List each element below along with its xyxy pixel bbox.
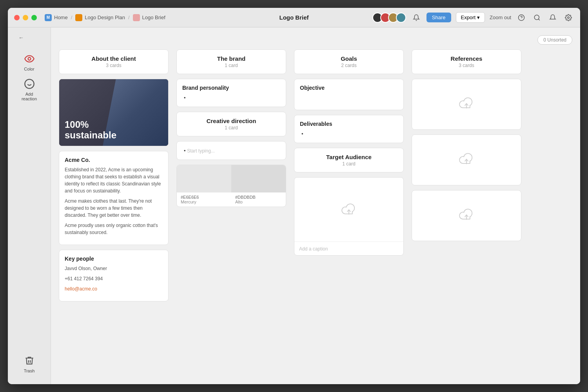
share-button[interactable]: Share <box>426 13 451 22</box>
objective-card[interactable]: Objective <box>294 79 404 110</box>
back-arrow-icon: ← <box>18 34 24 41</box>
creative-direction-placeholder: Start typing... <box>187 148 215 154</box>
brand-personality-card[interactable]: Brand personality <box>176 79 286 107</box>
acme-para-2: Acme makes clothes that last. They're no… <box>65 198 163 219</box>
breadcrumb-plan[interactable]: Logo Design Plan <box>75 14 125 21</box>
canvas[interactable]: 0 Unsorted About the client 3 cards 100%… <box>51 27 580 384</box>
sidebar-item-color[interactable]: Color <box>14 49 45 74</box>
main-layout: ← Color Add reaction Trash <box>8 27 580 384</box>
sidebar-trash[interactable]: Trash <box>20 351 39 376</box>
deliverables-bullet <box>301 131 303 137</box>
color-swatches-card[interactable]: #E6E6E6 Mercury #DBDBDB Alto <box>176 165 286 207</box>
column-references: References 3 cards <box>412 49 521 241</box>
breadcrumb-sep-1: / <box>71 15 73 20</box>
creative-direction-body[interactable]: Start typing... <box>176 141 286 160</box>
close-button[interactable] <box>14 15 20 20</box>
swatch-alto-hex: #DBDBDB <box>235 195 282 200</box>
unsorted-badge: 0 Unsorted <box>537 35 572 45</box>
target-audience-header: Target Audience 1 card <box>294 148 404 172</box>
breadcrumb-sep-2: / <box>128 15 130 20</box>
reference-upload-3[interactable] <box>412 190 521 241</box>
swatch-mercury: #E6E6E6 Mercury <box>177 165 231 207</box>
acme-title: Acme Co. <box>65 157 163 163</box>
swatch-alto-name: Alto <box>235 200 282 204</box>
help-icon[interactable] <box>516 12 527 23</box>
reference-upload-2[interactable] <box>412 134 521 185</box>
the-brand-title: The brand <box>182 55 280 62</box>
column-the-brand: The brand 1 card Brand personality Creat… <box>176 49 286 207</box>
key-person-name: Javvd Olson, Owner <box>65 265 163 272</box>
creative-direction-header: Creative direction 1 card <box>176 112 286 136</box>
the-brand-header: The brand 1 card <box>176 49 286 74</box>
svg-point-5 <box>28 58 31 60</box>
svg-line-3 <box>538 19 539 20</box>
references-title: References <box>417 55 515 62</box>
sidebar-item-add-reaction[interactable]: Add reaction <box>14 74 45 104</box>
upload-icon-ref-3 <box>458 209 475 223</box>
swatch-alto-color <box>231 165 286 192</box>
page-title: Logo Brief <box>279 14 309 21</box>
about-client-subtitle: 3 cards <box>65 63 163 68</box>
key-people-card[interactable]: Key people Javvd Olson, Owner +61 412 72… <box>59 250 169 301</box>
zoom-out-button[interactable]: Zoom out <box>490 15 511 20</box>
sidebar-color-label: Color <box>24 67 34 71</box>
home-icon: M <box>45 14 52 21</box>
column-about-client: About the client 3 cards 100%sustainable <box>59 49 169 301</box>
swatch-mercury-color <box>177 165 231 192</box>
bell-icon[interactable] <box>547 12 558 23</box>
about-client-header: About the client 3 cards <box>59 49 169 74</box>
about-text-card[interactable]: Acme Co. Established in 2022, Acme is an… <box>59 151 169 245</box>
settings-icon[interactable] <box>563 12 574 23</box>
upload-caption: Add a caption <box>299 246 328 252</box>
maximize-button[interactable] <box>31 15 37 20</box>
deliverables-card[interactable]: Deliverables <box>294 115 404 143</box>
chevron-down-icon: ▾ <box>477 15 480 20</box>
swatch-alto: #DBDBDB Alto <box>231 165 286 207</box>
key-person-email[interactable]: hello@acme.co <box>65 285 163 292</box>
image-card[interactable]: 100%sustainable <box>59 79 169 146</box>
brief-icon <box>133 14 140 21</box>
svg-point-6 <box>25 79 34 88</box>
swatch-mercury-label: #E6E6E6 Mercury <box>177 192 231 207</box>
key-people-title: Key people <box>65 256 163 262</box>
target-audience-upload-card[interactable]: Add a caption <box>294 177 404 256</box>
sidebar-back-button[interactable]: ← <box>14 32 28 43</box>
goals-header: Goals 2 cards <box>294 49 404 74</box>
minimize-button[interactable] <box>23 15 28 20</box>
search-icon[interactable] <box>532 12 543 23</box>
breadcrumb-brief[interactable]: Logo Brief <box>133 14 165 21</box>
swatch-mercury-name: Mercury <box>181 200 227 204</box>
sidebar: ← Color Add reaction Trash <box>8 27 51 384</box>
goals-title: Goals <box>300 55 398 62</box>
swatch-mercury-hex: #E6E6E6 <box>181 195 227 200</box>
brand-personality-bullet <box>184 95 186 101</box>
references-subtitle: 3 cards <box>417 63 515 68</box>
upload-icon-ref-2 <box>458 153 475 167</box>
export-button[interactable]: Export ▾ <box>456 12 485 23</box>
canvas-toolbar: 0 Unsorted <box>59 35 572 45</box>
avatar-group <box>375 13 406 23</box>
color-icon <box>23 53 36 65</box>
sidebar-add-reaction-label: Add reaction <box>18 92 40 101</box>
upload-icon-ref-1 <box>458 97 475 111</box>
breadcrumb-home[interactable]: M Home <box>45 14 68 21</box>
creative-direction-title: Creative direction <box>182 118 280 124</box>
brand-personality-title: Brand personality <box>182 85 280 91</box>
notification-icon[interactable] <box>411 12 422 23</box>
key-person-phone: +61 412 7264 394 <box>65 275 163 282</box>
sidebar-trash-label: Trash <box>24 368 35 373</box>
breadcrumb-home-label: Home <box>54 15 68 20</box>
breadcrumb-brief-label: Logo Brief <box>142 15 165 20</box>
window: M Home / Logo Design Plan / Logo Brief L… <box>8 8 580 384</box>
titlebar: M Home / Logo Design Plan / Logo Brief L… <box>8 8 580 27</box>
breadcrumb-plan-label: Logo Design Plan <box>85 15 125 20</box>
swatch-row: #E6E6E6 Mercury #DBDBDB Alto <box>177 165 286 207</box>
titlebar-right: Share Export ▾ Zoom out <box>375 12 574 23</box>
creative-direction-bullet <box>184 148 187 154</box>
deliverables-title: Deliverables <box>300 121 398 127</box>
reference-upload-1[interactable] <box>412 79 521 130</box>
goals-subtitle: 2 cards <box>300 63 398 68</box>
references-header: References 3 cards <box>412 49 521 74</box>
svg-point-2 <box>534 15 539 20</box>
creative-direction-subtitle: 1 card <box>182 125 280 131</box>
